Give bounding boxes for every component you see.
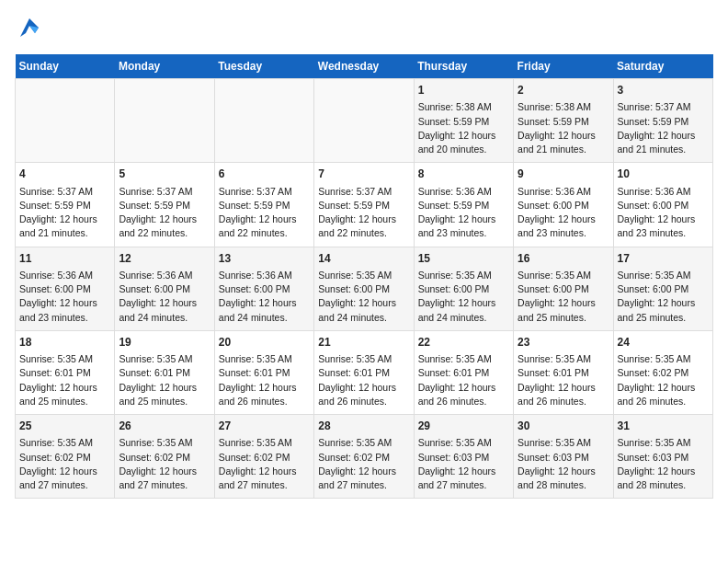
day-info: Sunset: 5:59 PM (518, 115, 609, 129)
day-info: Sunset: 6:01 PM (318, 366, 409, 380)
day-info: Sunset: 5:59 PM (318, 199, 409, 213)
day-number: 20 (219, 335, 310, 350)
col-header-sunday: Sunday (16, 54, 115, 79)
day-number: 16 (518, 251, 609, 267)
calendar-cell: 31Sunrise: 5:35 AMSunset: 6:03 PMDayligh… (613, 415, 712, 499)
day-info: Sunset: 6:02 PM (618, 366, 709, 380)
day-info: and 24 minutes. (219, 311, 310, 325)
day-number: 3 (618, 83, 709, 98)
week-row-3: 11Sunrise: 5:36 AMSunset: 6:00 PMDayligh… (16, 247, 713, 330)
col-header-friday: Friday (514, 54, 613, 79)
day-info: and 26 minutes. (518, 395, 609, 408)
day-info: Daylight: 12 hours (219, 213, 310, 226)
day-number: 17 (618, 251, 709, 267)
logo-icon (17, 15, 42, 40)
day-number: 9 (518, 167, 609, 182)
day-info: Daylight: 12 hours (318, 296, 409, 310)
calendar-cell: 27Sunrise: 5:35 AMSunset: 6:02 PMDayligh… (214, 415, 313, 499)
day-info: Sunrise: 5:35 AM (119, 352, 210, 366)
day-info: Sunrise: 5:35 AM (318, 352, 409, 366)
day-number: 26 (119, 419, 210, 434)
day-info: Sunrise: 5:37 AM (318, 185, 409, 199)
day-info: Daylight: 12 hours (418, 213, 509, 226)
day-number: 2 (518, 83, 609, 98)
day-number: 12 (119, 251, 210, 267)
day-info: Sunrise: 5:36 AM (219, 269, 310, 282)
day-info: Daylight: 12 hours (618, 213, 709, 226)
day-number: 25 (19, 419, 110, 434)
day-info: Sunset: 6:02 PM (119, 451, 210, 465)
day-info: Sunset: 5:59 PM (119, 199, 210, 213)
day-info: Daylight: 12 hours (119, 213, 210, 226)
calendar-cell: 13Sunrise: 5:36 AMSunset: 6:00 PMDayligh… (214, 247, 313, 330)
calendar-cell: 30Sunrise: 5:35 AMSunset: 6:03 PMDayligh… (514, 415, 613, 499)
day-info: Sunrise: 5:35 AM (219, 436, 310, 450)
week-row-1: 1Sunrise: 5:38 AMSunset: 5:59 PMDaylight… (16, 79, 713, 163)
day-info: and 23 minutes. (19, 311, 110, 325)
day-info: Sunset: 6:03 PM (418, 451, 509, 465)
day-number: 4 (19, 167, 110, 182)
page-header (15, 15, 713, 45)
day-info: and 26 minutes. (418, 395, 509, 408)
day-info: Sunrise: 5:35 AM (618, 269, 709, 282)
calendar-cell: 5Sunrise: 5:37 AMSunset: 5:59 PMDaylight… (115, 163, 214, 247)
day-info: Daylight: 12 hours (418, 465, 509, 478)
day-info: Sunset: 6:00 PM (618, 199, 709, 213)
day-info: Daylight: 12 hours (318, 465, 409, 478)
calendar-cell: 23Sunrise: 5:35 AMSunset: 6:01 PMDayligh… (514, 330, 613, 414)
day-info: Sunset: 6:01 PM (219, 366, 310, 380)
calendar-cell: 20Sunrise: 5:35 AMSunset: 6:01 PMDayligh… (214, 330, 313, 414)
day-info: Sunrise: 5:35 AM (418, 352, 509, 366)
day-info: and 22 minutes. (119, 226, 210, 240)
day-number: 19 (119, 335, 210, 350)
day-info: and 28 minutes. (618, 478, 709, 492)
day-info: Sunset: 6:00 PM (518, 199, 609, 213)
calendar-cell: 21Sunrise: 5:35 AMSunset: 6:01 PMDayligh… (314, 330, 414, 414)
day-number: 13 (219, 251, 310, 267)
day-info: Sunrise: 5:36 AM (518, 185, 609, 199)
day-info: Sunrise: 5:35 AM (219, 352, 310, 366)
day-info: Sunset: 6:01 PM (19, 366, 110, 380)
day-info: Sunset: 6:01 PM (119, 366, 210, 380)
day-info: Sunrise: 5:36 AM (618, 185, 709, 199)
day-info: and 26 minutes. (219, 395, 310, 408)
calendar-cell (314, 79, 414, 163)
day-info: Daylight: 12 hours (119, 296, 210, 310)
calendar-cell: 26Sunrise: 5:35 AMSunset: 6:02 PMDayligh… (115, 415, 214, 499)
day-info: Sunrise: 5:35 AM (418, 269, 509, 282)
day-info: and 22 minutes. (219, 226, 310, 240)
calendar-cell: 2Sunrise: 5:38 AMSunset: 5:59 PMDaylight… (514, 79, 613, 163)
day-info: Sunset: 6:01 PM (518, 366, 609, 380)
day-info: Sunset: 5:59 PM (19, 199, 110, 213)
calendar-cell: 8Sunrise: 5:36 AMSunset: 5:59 PMDaylight… (414, 163, 513, 247)
day-number: 10 (618, 167, 709, 182)
day-info: Sunrise: 5:35 AM (318, 269, 409, 282)
calendar-cell: 14Sunrise: 5:35 AMSunset: 6:00 PMDayligh… (314, 247, 414, 330)
day-info: and 25 minutes. (518, 311, 609, 325)
day-info: and 24 minutes. (119, 311, 210, 325)
day-info: Sunset: 6:00 PM (418, 282, 509, 296)
day-info: Sunrise: 5:35 AM (19, 352, 110, 366)
day-info: Sunset: 6:02 PM (19, 451, 110, 465)
day-info: Sunset: 6:03 PM (518, 451, 609, 465)
day-info: and 27 minutes. (19, 478, 110, 492)
day-info: Sunrise: 5:35 AM (518, 269, 609, 282)
calendar-cell: 9Sunrise: 5:36 AMSunset: 6:00 PMDaylight… (514, 163, 613, 247)
day-number: 1 (418, 83, 509, 98)
day-info: Sunrise: 5:36 AM (19, 269, 110, 282)
day-number: 8 (418, 167, 509, 182)
day-info: Daylight: 12 hours (318, 213, 409, 226)
day-info: Daylight: 12 hours (618, 129, 709, 143)
day-info: Sunrise: 5:35 AM (618, 436, 709, 450)
day-info: Sunrise: 5:35 AM (19, 436, 110, 450)
day-info: Sunset: 5:59 PM (219, 199, 310, 213)
day-info: Sunset: 6:00 PM (219, 282, 310, 296)
calendar-cell: 11Sunrise: 5:36 AMSunset: 6:00 PMDayligh… (16, 247, 115, 330)
day-number: 5 (119, 167, 210, 182)
day-info: Sunrise: 5:38 AM (418, 100, 509, 114)
logo-text (15, 15, 42, 45)
day-number: 22 (418, 335, 509, 350)
day-info: Daylight: 12 hours (418, 296, 509, 310)
day-number: 21 (318, 335, 409, 350)
col-header-tuesday: Tuesday (214, 54, 313, 79)
